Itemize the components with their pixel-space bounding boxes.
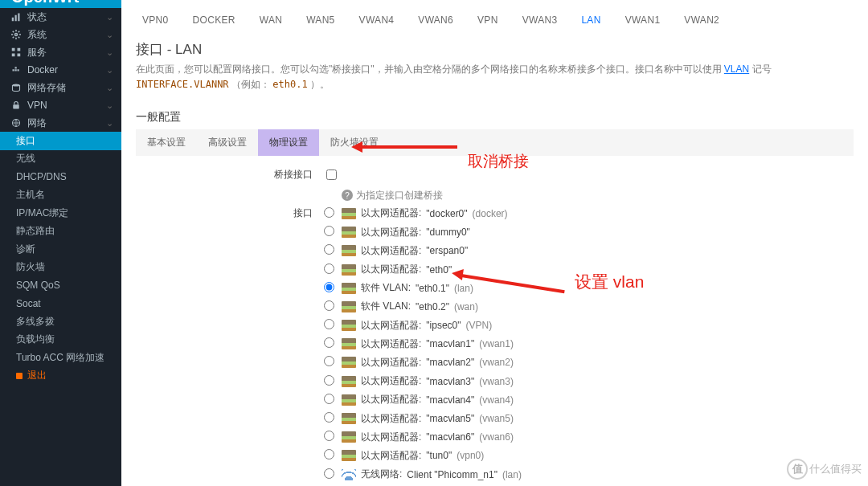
tab-wan[interactable]: WAN bbox=[253, 10, 289, 31]
nic-icon bbox=[342, 431, 356, 443]
sidebar-sub-4[interactable]: IP/MAC绑定 bbox=[0, 204, 121, 223]
iface-zone: (vwan2) bbox=[479, 357, 514, 368]
iface-radio[interactable] bbox=[324, 468, 334, 479]
tab-vwan4[interactable]: VWAN4 bbox=[353, 10, 401, 31]
tab-vwan6[interactable]: VWAN6 bbox=[411, 10, 460, 31]
main-content: VPN0DOCKERWANWAN5VWAN4VWAN6VPNVWAN3LANVW… bbox=[121, 0, 868, 486]
svg-rect-8 bbox=[13, 69, 14, 71]
page-title: 接口 - LAN bbox=[136, 40, 854, 59]
sidebar-sub-11[interactable]: 负载均衡 bbox=[0, 331, 121, 349]
vlan-link[interactable]: VLAN bbox=[724, 63, 749, 75]
iface-row: 以太网适配器: "erspan0" bbox=[136, 242, 854, 260]
iface-radio[interactable] bbox=[324, 412, 334, 423]
nic-icon bbox=[342, 227, 356, 238]
sidebar-item-label: Docker bbox=[27, 64, 58, 76]
inner-tab-物理设置[interactable]: 物理设置 bbox=[258, 129, 319, 156]
chevron-down-icon: ⌄ bbox=[106, 30, 113, 40]
iface-radio[interactable] bbox=[324, 449, 334, 459]
iface-radio[interactable] bbox=[324, 375, 334, 386]
iface-radio[interactable] bbox=[324, 263, 334, 274]
svg-rect-7 bbox=[18, 54, 21, 57]
svg-rect-13 bbox=[13, 104, 19, 108]
iface-radio[interactable] bbox=[324, 207, 334, 218]
iface-zone: (wan) bbox=[454, 301, 478, 312]
tab-vwan2[interactable]: VWAN2 bbox=[678, 10, 726, 31]
sidebar-logout-label: 退出 bbox=[27, 369, 47, 382]
sidebar-sub-8[interactable]: SQM QoS bbox=[0, 276, 121, 295]
sidebar-sub-1[interactable]: 无线 bbox=[0, 150, 121, 169]
nic-icon bbox=[342, 413, 356, 424]
sidebar-item-3[interactable]: Docker⌄ bbox=[0, 61, 121, 79]
sidebar-item-label: 状态 bbox=[27, 10, 47, 24]
lock-icon bbox=[11, 100, 21, 110]
help-icon: ? bbox=[342, 190, 353, 201]
tab-docker[interactable]: DOCKER bbox=[186, 10, 242, 31]
iface-radio[interactable] bbox=[324, 282, 334, 292]
tab-wan5[interactable]: WAN5 bbox=[300, 10, 341, 31]
iface-row: 以太网适配器: "ipsec0" (VPN) bbox=[136, 317, 854, 335]
iface-name: "macvlan3" bbox=[426, 376, 474, 387]
watermark-icon: 值 bbox=[787, 459, 808, 480]
iface-radio[interactable] bbox=[324, 300, 334, 311]
iface-zone: (vwan6) bbox=[479, 431, 514, 443]
svg-rect-9 bbox=[15, 69, 17, 71]
sidebar-item-4[interactable]: 网络存储⌄ bbox=[0, 79, 121, 96]
tab-vpn0[interactable]: VPN0 bbox=[136, 10, 175, 31]
iface-zone: (vwan3) bbox=[479, 376, 514, 387]
iface-radio[interactable] bbox=[324, 337, 334, 348]
iface-row: 软件 VLAN: "eth0.2" (wan) bbox=[136, 297, 854, 316]
iface-name: Client "Phicomm_n1" bbox=[407, 469, 497, 480]
sidebar-sub-7[interactable]: 防火墙 bbox=[0, 259, 121, 277]
iface-radio[interactable] bbox=[324, 319, 334, 329]
sidebar-sub-6[interactable]: 诊断 bbox=[0, 240, 121, 259]
sidebar-sub-9[interactable]: Socat bbox=[0, 295, 121, 313]
logout-icon bbox=[16, 373, 23, 379]
iface-radio[interactable] bbox=[324, 226, 334, 236]
sidebar-item-2[interactable]: 服务⌄ bbox=[0, 43, 121, 61]
sidebar-sub-12[interactable]: Turbo ACC 网络加速 bbox=[0, 349, 121, 367]
nic-icon bbox=[342, 245, 356, 256]
inner-tab-防火墙设置[interactable]: 防火墙设置 bbox=[319, 129, 390, 156]
tab-lan[interactable]: LAN bbox=[575, 10, 607, 31]
iface-row: 以太网适配器: "macvlan1" (vwan1) bbox=[136, 335, 854, 353]
tab-vwan1[interactable]: VWAN1 bbox=[619, 10, 667, 31]
brand-bar: OpenWrt bbox=[0, 0, 121, 8]
svg-rect-1 bbox=[15, 15, 17, 22]
sidebar-item-label: 网络 bbox=[27, 116, 47, 130]
vlan-icon bbox=[342, 301, 356, 312]
inner-tab-高级设置[interactable]: 高级设置 bbox=[197, 129, 258, 156]
sidebar-sub-5[interactable]: 静态路由 bbox=[0, 223, 121, 241]
sidebar-item-0[interactable]: 状态⌄ bbox=[0, 8, 121, 26]
sidebar-item-6[interactable]: 网络⌄ bbox=[0, 114, 121, 132]
iface-radio[interactable] bbox=[324, 244, 334, 255]
iface-zone: (lan) bbox=[502, 469, 522, 480]
sidebar-sub-0[interactable]: 接口 bbox=[0, 132, 121, 150]
sidebar-item-1[interactable]: 系统⌄ bbox=[0, 26, 121, 43]
sidebar-sub-3[interactable]: 主机名 bbox=[0, 186, 121, 205]
svg-point-12 bbox=[13, 84, 20, 87]
iface-radio[interactable] bbox=[324, 431, 334, 441]
iface-zone: (vpn0) bbox=[457, 450, 484, 461]
nic-icon bbox=[342, 264, 356, 276]
svg-rect-11 bbox=[15, 67, 17, 68]
svg-rect-6 bbox=[12, 54, 15, 57]
iface-name: "dummy0" bbox=[426, 227, 470, 238]
tab-vwan3[interactable]: VWAN3 bbox=[516, 10, 564, 31]
inner-tabs: 基本设置高级设置物理设置防火墙设置 bbox=[136, 129, 854, 156]
iface-radio[interactable] bbox=[324, 394, 334, 404]
tab-vpn[interactable]: VPN bbox=[471, 10, 505, 31]
iface-row: 以太网适配器: "macvlan5" (vwan5) bbox=[136, 409, 854, 427]
sidebar-item-5[interactable]: VPN⌄ bbox=[0, 96, 121, 114]
iface-row: 以太网适配器: "eth0" bbox=[136, 260, 854, 279]
iface-radio[interactable] bbox=[324, 356, 334, 366]
inner-tab-基本设置[interactable]: 基本设置 bbox=[136, 129, 197, 156]
iface-row: 以太网适配器: "macvlan4" (vwan4) bbox=[136, 390, 854, 409]
sidebar-sub-2[interactable]: DHCP/DNS bbox=[0, 168, 121, 186]
sidebar-sub-10[interactable]: 多线多拨 bbox=[0, 312, 121, 331]
sidebar-logout[interactable]: 退出 bbox=[0, 367, 121, 386]
page-description: 在此页面，您可以配置网络接口。您可以勾选"桥接接口"，并输入由空格分隔的多个网络… bbox=[136, 62, 854, 92]
iface-list-label: 接口 bbox=[136, 206, 321, 220]
disk-icon bbox=[11, 83, 21, 92]
iface-zone: (vwan1) bbox=[479, 338, 514, 349]
bridge-checkbox[interactable] bbox=[326, 169, 337, 180]
